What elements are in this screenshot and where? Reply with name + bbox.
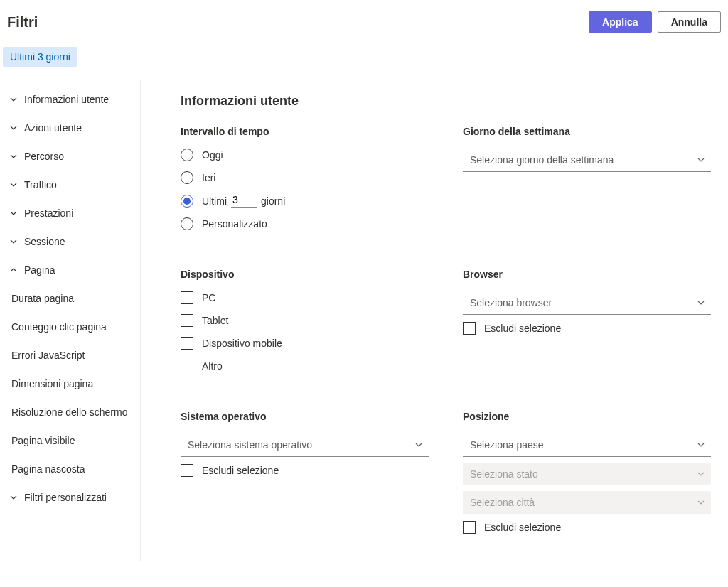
state-select: Seleziona stato <box>463 463 711 485</box>
chevron-down-icon <box>9 95 18 104</box>
main: Informazioni utenteAzioni utentePercorso… <box>0 80 728 561</box>
sidebar-item[interactable]: Pagina <box>0 256 140 284</box>
select-placeholder: Seleziona paese <box>470 439 544 451</box>
sidebar-item-label: Pagina <box>24 264 55 276</box>
header: Filtri Applica Annulla <box>0 0 728 44</box>
chevron-up-icon <box>9 265 18 275</box>
weekday-select[interactable]: Seleziona giorno della settimana <box>463 149 711 172</box>
country-select[interactable]: Seleziona paese <box>463 433 711 457</box>
page-title: Filtri <box>7 14 38 31</box>
checkbox-label: Altro <box>202 360 223 372</box>
sidebar-item-label: Filtri personalizzati <box>24 492 107 503</box>
device-pc[interactable]: PC <box>181 291 429 304</box>
radio-label: Ieri <box>202 172 215 183</box>
timeframe-label: Intervallo di tempo <box>181 126 429 137</box>
sidebar-item[interactable]: Prestazioni <box>0 199 140 227</box>
checkbox-icon <box>181 314 193 327</box>
browser-select[interactable]: Seleziona browser <box>463 291 711 315</box>
sidebar-item[interactable]: Sessione <box>0 227 140 256</box>
content: Informazioni utente Intervallo di tempo … <box>141 80 728 561</box>
sidebar-subitem[interactable]: Durata pagina <box>0 284 140 313</box>
timeframe-group: Intervallo di tempo Oggi Ieri Ultimi gio… <box>181 126 429 240</box>
timeframe-yesterday[interactable]: Ieri <box>181 171 429 184</box>
sidebar-subitem[interactable]: Conteggio clic pagina <box>0 313 140 341</box>
select-placeholder: Seleziona sistema operativo <box>188 439 312 451</box>
device-label: Dispositivo <box>181 269 429 280</box>
city-select: Seleziona città <box>463 491 711 514</box>
browser-exclude[interactable]: Escludi selezione <box>463 322 711 335</box>
sidebar-item[interactable]: Percorso <box>0 142 140 171</box>
chevron-down-icon <box>414 441 423 449</box>
os-label: Sistema operativo <box>181 411 429 422</box>
os-exclude[interactable]: Escludi selezione <box>181 464 429 477</box>
cancel-button[interactable]: Annulla <box>658 11 721 33</box>
chevron-down-icon <box>697 470 705 478</box>
chevron-down-icon <box>9 208 18 218</box>
sidebar-subitem[interactable]: Pagina visibile <box>0 426 140 455</box>
chevron-down-icon <box>9 492 18 502</box>
row-device-browser: Dispositivo PC Tablet Dispositivo mobile… <box>181 269 711 382</box>
chevron-down-icon <box>697 498 705 507</box>
device-tablet[interactable]: Tablet <box>181 314 429 327</box>
sidebar-subitem[interactable]: Errori JavaScript <box>0 341 140 370</box>
checkbox-label: Tablet <box>202 315 228 326</box>
checkbox-label: Escludi selezione <box>484 323 561 334</box>
os-group: Sistema operativo Seleziona sistema oper… <box>181 411 429 544</box>
chevron-down-icon <box>9 237 18 247</box>
browser-label: Browser <box>463 269 711 280</box>
select-placeholder: Seleziona browser <box>470 297 552 308</box>
checkbox-icon <box>181 337 193 350</box>
timeframe-today[interactable]: Oggi <box>181 149 429 161</box>
radio-label: Oggi <box>202 149 223 161</box>
radio-label-prefix: Ultimi <box>202 195 227 207</box>
timeframe-custom[interactable]: Personalizzato <box>181 217 429 230</box>
checkbox-label: PC <box>202 292 215 303</box>
location-exclude[interactable]: Escludi selezione <box>463 521 711 534</box>
select-placeholder: Seleziona città <box>470 497 535 508</box>
checkbox-icon <box>463 521 476 534</box>
device-mobile[interactable]: Dispositivo mobile <box>181 337 429 350</box>
location-group: Posizione Seleziona paese Seleziona stat… <box>463 411 711 544</box>
sidebar-item-label: Traffico <box>24 179 57 190</box>
radio-icon <box>181 217 193 230</box>
chevron-down-icon <box>9 151 18 161</box>
sidebar: Informazioni utenteAzioni utentePercorso… <box>0 80 141 561</box>
filter-chip[interactable]: Ultimi 3 giorni <box>3 47 77 67</box>
sidebar-item-label: Prestazioni <box>24 208 73 219</box>
sidebar-item-label: Percorso <box>24 151 64 162</box>
apply-button[interactable]: Applica <box>589 11 652 33</box>
chevron-down-icon <box>9 180 18 190</box>
timeframe-lastn[interactable]: Ultimi giorni <box>181 194 429 208</box>
checkbox-label: Escludi selezione <box>202 465 279 476</box>
select-placeholder: Seleziona stato <box>470 468 538 480</box>
sidebar-item[interactable]: Azioni utente <box>0 114 140 142</box>
sidebar-subitem[interactable]: Pagina nascosta <box>0 455 140 483</box>
row-timeframe-weekday: Intervallo di tempo Oggi Ieri Ultimi gio… <box>181 126 711 240</box>
chevron-down-icon <box>697 156 705 164</box>
radio-icon <box>181 149 193 161</box>
sidebar-item[interactable]: Traffico <box>0 171 140 199</box>
sidebar-item-label: Informazioni utente <box>24 94 109 105</box>
sidebar-item[interactable]: Informazioni utente <box>0 85 140 114</box>
header-buttons: Applica Annulla <box>589 11 721 33</box>
checkbox-icon <box>181 360 193 372</box>
device-group: Dispositivo PC Tablet Dispositivo mobile… <box>181 269 429 382</box>
sidebar-item[interactable]: Filtri personalizzati <box>0 483 140 512</box>
radio-label: Personalizzato <box>202 218 267 230</box>
browser-group: Browser Seleziona browser Escludi selezi… <box>463 269 711 382</box>
section-title: Informazioni utente <box>181 94 711 109</box>
device-other[interactable]: Altro <box>181 360 429 372</box>
sidebar-subitem[interactable]: Risoluzione dello schermo <box>0 398 140 426</box>
sidebar-subitem[interactable]: Dimensioni pagina <box>0 370 140 398</box>
weekday-group: Giorno della settimana Seleziona giorno … <box>463 126 711 240</box>
checkbox-label: Escludi selezione <box>484 522 561 533</box>
os-select[interactable]: Seleziona sistema operativo <box>181 433 429 457</box>
radio-label-suffix: giorni <box>261 195 285 207</box>
lastn-days-input[interactable] <box>231 194 257 208</box>
checkbox-icon <box>181 464 193 477</box>
checkbox-icon <box>181 291 193 304</box>
weekday-label: Giorno della settimana <box>463 126 711 137</box>
sidebar-item-label: Azioni utente <box>24 122 82 134</box>
chevron-down-icon <box>9 123 18 133</box>
checkbox-icon <box>463 322 476 335</box>
